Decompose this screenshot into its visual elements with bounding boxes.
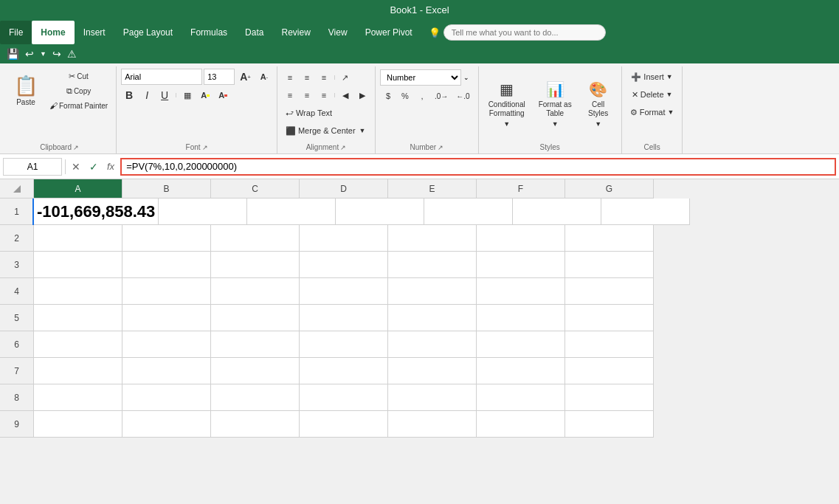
menu-data[interactable]: Data [236, 21, 272, 44]
col-header-a[interactable]: A [34, 179, 122, 199]
col-header-d[interactable]: D [300, 179, 388, 199]
undo-button[interactable]: ↩ [23, 46, 36, 61]
conditional-formatting-dropdown[interactable]: ▼ [503, 120, 510, 128]
redo-button[interactable]: ↪ [50, 46, 63, 61]
cell-g5[interactable] [565, 305, 654, 331]
conditional-formatting-button[interactable]: ▦ ConditionalFormatting ▼ [483, 83, 531, 125]
cell-d7[interactable] [300, 358, 388, 384]
cell-c2[interactable] [211, 225, 300, 252]
row-header-7[interactable]: 7 [0, 358, 34, 384]
cell-g3[interactable] [565, 252, 654, 278]
bold-button[interactable]: B [121, 87, 137, 103]
menu-power-pivot[interactable]: Power Pivot [356, 21, 421, 44]
cell-f4[interactable] [477, 278, 565, 305]
merge-dropdown-icon[interactable]: ▼ [359, 127, 366, 134]
col-header-e[interactable]: E [388, 179, 477, 199]
cell-e1[interactable] [424, 199, 513, 225]
cell-e2[interactable] [388, 225, 477, 252]
cell-d3[interactable] [300, 252, 388, 278]
alignment-expand-icon[interactable]: ↗ [340, 144, 346, 151]
cell-f1[interactable] [513, 199, 601, 225]
tell-me-input[interactable] [443, 24, 606, 41]
cell-b4[interactable] [122, 278, 211, 305]
cell-e6[interactable] [388, 331, 477, 358]
insert-dropdown[interactable]: ▼ [666, 73, 673, 80]
cell-f9[interactable] [477, 411, 565, 438]
cell-b1[interactable] [159, 199, 247, 225]
delete-dropdown[interactable]: ▼ [666, 91, 673, 98]
cell-a9[interactable] [34, 411, 122, 438]
cell-c4[interactable] [211, 278, 300, 305]
cell-c6[interactable] [211, 331, 300, 358]
cell-g2[interactable] [565, 225, 654, 252]
row-header-9[interactable]: 9 [0, 411, 34, 438]
menu-home[interactable]: Home [32, 21, 74, 44]
format-dropdown[interactable]: ▼ [668, 108, 674, 116]
format-painter-button[interactable]: 🖌 Format Painter [46, 99, 111, 112]
cell-e5[interactable] [388, 305, 477, 331]
insert-function-button[interactable]: fx [104, 159, 117, 173]
confirm-formula-button[interactable]: ✓ [86, 159, 101, 174]
font-name-input[interactable] [121, 69, 202, 85]
format-table-dropdown[interactable]: ▼ [552, 120, 559, 128]
cell-g7[interactable] [565, 358, 654, 384]
dec-increase-button[interactable]: .0→ [431, 88, 452, 104]
menu-page-layout[interactable]: Page Layout [114, 21, 182, 44]
cell-c1[interactable] [247, 199, 336, 225]
cell-f5[interactable] [477, 305, 565, 331]
number-expand-icon[interactable]: ⌄ [463, 74, 469, 81]
row-header-8[interactable]: 8 [0, 384, 34, 411]
cell-f2[interactable] [477, 225, 565, 252]
undo-dropdown-button[interactable]: ▼ [38, 49, 49, 59]
border-button[interactable]: ▦ [179, 87, 196, 103]
cell-a3[interactable] [34, 252, 122, 278]
cell-e8[interactable] [388, 384, 477, 411]
font-shrink-button[interactable]: A- [256, 69, 272, 85]
cell-d8[interactable] [300, 384, 388, 411]
font-grow-button[interactable]: A+ [236, 69, 255, 85]
menu-formulas[interactable]: Formulas [182, 21, 236, 44]
align-top-center-button[interactable]: ≡ [299, 69, 315, 86]
menu-review[interactable]: Review [272, 21, 319, 44]
menu-view[interactable]: View [320, 21, 356, 44]
cell-c5[interactable] [211, 305, 300, 331]
increase-indent-button[interactable]: ▶ [354, 87, 370, 103]
col-header-f[interactable]: F [477, 179, 565, 199]
delete-button[interactable]: ✕ Delete ▼ [628, 86, 677, 103]
cell-f6[interactable] [477, 331, 565, 358]
cell-d9[interactable] [300, 411, 388, 438]
col-header-b[interactable]: B [122, 179, 211, 199]
cell-e7[interactable] [388, 358, 477, 384]
font-color-button[interactable]: A [215, 87, 231, 103]
decrease-indent-button[interactable]: ◀ [337, 87, 353, 103]
merge-center-button[interactable]: ⬛ Merge & Center ▼ [282, 122, 370, 139]
cell-f8[interactable] [477, 384, 565, 411]
cell-d4[interactable] [300, 278, 388, 305]
row-header-2[interactable]: 2 [0, 225, 34, 252]
format-button[interactable]: ⚙ Format ▼ [626, 104, 678, 120]
formula-input[interactable] [120, 158, 836, 176]
underline-button[interactable]: U [156, 87, 173, 103]
cell-g8[interactable] [565, 384, 654, 411]
cell-b9[interactable] [122, 411, 211, 438]
cell-d2[interactable] [300, 225, 388, 252]
cell-e3[interactable] [388, 252, 477, 278]
row-header-6[interactable]: 6 [0, 331, 34, 358]
currency-button[interactable]: $ [380, 88, 396, 104]
cell-a4[interactable] [34, 278, 122, 305]
align-top-left-button[interactable]: ≡ [282, 69, 298, 86]
cell-a5[interactable] [34, 305, 122, 331]
cell-styles-button[interactable]: 🎨 CellStyles ▼ [580, 83, 617, 125]
copy-button[interactable]: ⧉ Copy [46, 84, 111, 98]
cell-b2[interactable] [122, 225, 211, 252]
cell-a6[interactable] [34, 331, 122, 358]
cell-g4[interactable] [565, 278, 654, 305]
align-top-right-button[interactable]: ≡ [316, 69, 332, 86]
menu-file[interactable]: File [0, 21, 32, 44]
cell-b3[interactable] [122, 252, 211, 278]
row-header-3[interactable]: 3 [0, 252, 34, 278]
cell-e9[interactable] [388, 411, 477, 438]
clipboard-expand-icon[interactable]: ↗ [73, 144, 79, 151]
cell-d5[interactable] [300, 305, 388, 331]
align-mid-left-button[interactable]: ≡ [282, 87, 298, 103]
